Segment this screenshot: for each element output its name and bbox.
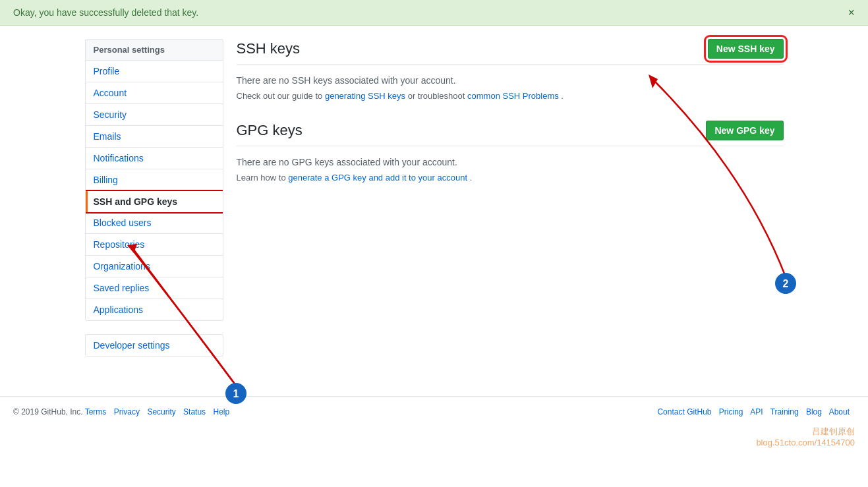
sidebar-item-organizations[interactable]: Organizations bbox=[86, 256, 223, 277]
gpg-keys-section: GPG keys New GPG key There are no GPG ke… bbox=[237, 121, 784, 183]
gpg-helper-prefix: Learn how to bbox=[237, 173, 289, 183]
footer-security[interactable]: Security bbox=[147, 407, 175, 416]
sidebar-item-saved-replies[interactable]: Saved replies bbox=[86, 277, 223, 299]
footer-about[interactable]: About bbox=[829, 407, 850, 416]
new-gpg-key-button[interactable]: New GPG key bbox=[706, 121, 783, 140]
sidebar-item-ssh-gpg-keys[interactable]: SSH and GPG keys bbox=[86, 191, 223, 212]
sidebar-item-emails[interactable]: Emails bbox=[86, 126, 223, 148]
sidebar-item-repositories[interactable]: Repositories bbox=[86, 234, 223, 256]
generating-ssh-keys-link[interactable]: generating SSH keys bbox=[325, 91, 405, 101]
footer-blog[interactable]: Blog bbox=[806, 407, 822, 416]
new-ssh-button-wrapper: New SSH key bbox=[708, 39, 784, 59]
ssh-section-title: SSH keys bbox=[237, 40, 301, 57]
gpg-section-header: GPG keys New GPG key bbox=[237, 121, 784, 146]
footer-api[interactable]: API bbox=[750, 407, 763, 416]
footer-help[interactable]: Help bbox=[213, 407, 229, 416]
developer-settings-link[interactable]: Developer settings bbox=[85, 334, 223, 357]
gpg-section-title: GPG keys bbox=[237, 122, 303, 139]
sidebar-item-notifications[interactable]: Notifications bbox=[86, 148, 223, 169]
footer-right: Contact GitHub Pricing API Training Blog… bbox=[657, 407, 855, 416]
gpg-helper-suffix: . bbox=[470, 173, 473, 183]
gpg-empty-message: There are no GPG keys associated with yo… bbox=[237, 157, 784, 167]
footer-pricing[interactable]: Pricing bbox=[719, 407, 743, 416]
sidebar-item-billing[interactable]: Billing bbox=[86, 169, 223, 191]
footer-copyright: © 2019 GitHub, Inc. bbox=[13, 407, 83, 416]
footer-contact-github[interactable]: Contact GitHub bbox=[657, 407, 711, 416]
footer-left: © 2019 GitHub, Inc. Terms Privacy Securi… bbox=[13, 407, 235, 416]
sidebar-item-profile[interactable]: Profile bbox=[86, 61, 223, 82]
sidebar-item-security[interactable]: Security bbox=[86, 104, 223, 126]
sidebar-item-blocked-users[interactable]: Blocked users bbox=[86, 212, 223, 234]
ssh-keys-section: SSH keys New SSH key There are no SSH ke… bbox=[237, 39, 784, 101]
sidebar-item-applications[interactable]: Applications bbox=[86, 299, 223, 320]
footer-training[interactable]: Training bbox=[770, 407, 799, 416]
ssh-helper-middle: or troubleshoot bbox=[408, 91, 467, 101]
footer: © 2019 GitHub, Inc. Terms Privacy Securi… bbox=[0, 396, 868, 427]
notification-banner: Okay, you have successfully deleted that… bbox=[0, 0, 868, 26]
banner-close-button[interactable]: × bbox=[848, 7, 855, 18]
footer-terms[interactable]: Terms bbox=[85, 407, 107, 416]
ssh-helper-text: Check out our guide to generating SSH ke… bbox=[237, 91, 784, 101]
common-ssh-problems-link[interactable]: common SSH Problems bbox=[467, 91, 559, 101]
sidebar-item-account[interactable]: Account bbox=[86, 82, 223, 104]
sidebar-section-title: Personal settings bbox=[85, 39, 223, 61]
sidebar-nav: Profile Account Security Emails Notifica… bbox=[85, 61, 223, 321]
ssh-helper-suffix: . bbox=[561, 91, 564, 101]
ssh-helper-prefix: Check out our guide to bbox=[237, 91, 325, 101]
new-ssh-key-button[interactable]: New SSH key bbox=[708, 39, 784, 59]
gpg-helper-text: Learn how to generate a GPG key and add … bbox=[237, 173, 784, 183]
footer-status[interactable]: Status bbox=[183, 407, 206, 416]
main-content: SSH keys New SSH key There are no SSH ke… bbox=[237, 39, 784, 357]
ssh-empty-message: There are no SSH keys associated with yo… bbox=[237, 75, 784, 86]
generate-gpg-key-link[interactable]: generate a GPG key and add it to your ac… bbox=[288, 173, 467, 183]
ssh-section-header: SSH keys New SSH key bbox=[237, 39, 784, 65]
banner-message: Okay, you have successfully deleted that… bbox=[13, 7, 198, 18]
sidebar: Personal settings Profile Account Securi… bbox=[85, 39, 223, 357]
footer-privacy[interactable]: Privacy bbox=[114, 407, 140, 416]
